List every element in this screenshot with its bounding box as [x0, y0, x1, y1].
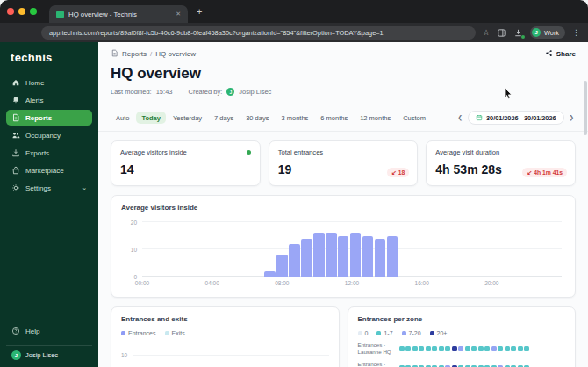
heatmap-row: Entrances -Floor 1 — [358, 361, 566, 367]
side-panel-icon[interactable] — [497, 28, 506, 38]
delta-badge: ↙ 4h 1m 41s — [522, 168, 567, 177]
legend-swatch — [165, 331, 169, 335]
browser-tab[interactable]: HQ overview - Technis ✕ — [49, 5, 188, 23]
sidebar-item-occupancy[interactable]: Occupancy — [6, 127, 92, 143]
visitors-bar — [313, 233, 324, 277]
x-tick-label: 00:00 — [135, 280, 149, 286]
date-prev-button[interactable]: ❮ — [456, 112, 464, 123]
heatmap-row-label: Entrances -Floor 1 — [358, 361, 395, 367]
sidebar-item-label: Marketplace — [25, 167, 64, 175]
sidebar-item-label: Settings — [25, 184, 51, 192]
tab-close-icon[interactable]: ✕ — [176, 11, 181, 18]
downloads-icon[interactable] — [513, 28, 523, 38]
gear-icon — [11, 184, 20, 192]
minimize-window-button[interactable] — [18, 8, 25, 15]
sidebar-item-home[interactable]: Home — [6, 75, 92, 90]
y-tick-label: 10 — [121, 247, 137, 253]
sidebar-item-alerts[interactable]: Alerts — [6, 92, 92, 108]
profile-avatar: J — [532, 28, 541, 37]
heatmap-cell — [432, 346, 437, 351]
visitors-bar — [362, 236, 373, 277]
close-window-button[interactable] — [7, 8, 14, 15]
visitors-bar — [276, 255, 287, 277]
bookmark-star-icon[interactable]: ☆ — [483, 29, 490, 37]
visitors-bar — [338, 236, 348, 277]
creator-avatar: J — [226, 88, 234, 96]
report-doc-icon — [111, 49, 118, 59]
date-range-chip[interactable]: 30/01/2026 - 30/01/2026 — [468, 111, 564, 125]
breadcrumb-section[interactable]: Reports — [122, 50, 147, 58]
entrances-exits-axis: 10 — [121, 352, 329, 367]
visitors-bar — [301, 239, 312, 277]
breadcrumb: Reports / HQ overview — [111, 49, 196, 59]
heatmap-cell — [405, 346, 411, 351]
filter-option-auto[interactable]: Auto — [111, 112, 134, 124]
live-indicator-dot — [247, 150, 251, 155]
browser-profile-chip[interactable]: J Work — [530, 26, 565, 39]
legend-swatch — [430, 331, 434, 335]
url-bar[interactable]: app.technis.com/reports/89af0f8f-fc5b-40… — [41, 26, 476, 40]
sidebar-item-exports[interactable]: Exports — [6, 145, 92, 161]
breadcrumb-separator: / — [150, 50, 152, 58]
heatmap-cell — [505, 346, 510, 351]
heatmap-cell — [452, 346, 457, 351]
maximize-window-button[interactable] — [30, 8, 37, 15]
visitors-chart-plot: 01020 — [142, 222, 562, 277]
creator-name: Josip Lisec — [239, 88, 271, 96]
created-by-label: Created by: — [188, 88, 222, 96]
share-button[interactable]: Share — [545, 49, 576, 59]
browser-menu-icon[interactable]: ⋮ — [572, 29, 580, 37]
stat-card-average-visitors-inside: Average visitors inside 14 — [111, 140, 261, 186]
browser-titlebar: HQ overview - Technis ✕ + — [0, 0, 588, 23]
filter-option-6-months[interactable]: 6 months — [315, 112, 353, 124]
heatmap-cell — [419, 346, 424, 351]
sidebar-item-marketplace[interactable]: Marketplace — [6, 162, 92, 178]
breadcrumb-current: HQ overview — [155, 50, 196, 58]
sidebar-item-help[interactable]: Help — [6, 323, 92, 339]
delta-badge: ↙ 18 — [387, 168, 409, 177]
sidebar-nav: HomeAlertsReportsOccupancyExportsMarketp… — [6, 75, 92, 198]
filter-option-12-months[interactable]: 12 months — [355, 112, 396, 124]
stats-row: Average visitors inside 14 Total entranc… — [98, 132, 588, 186]
stat-value: 14 — [120, 162, 251, 176]
filter-option-30-days[interactable]: 30 days — [240, 112, 274, 124]
stat-card-total-entrances: Total entrances 19 ↙ 18 — [269, 140, 419, 186]
sidebar-item-label: Home — [25, 79, 44, 87]
sidebar-item-label: Alerts — [25, 97, 43, 104]
heatmap-cell — [471, 346, 477, 351]
filter-option-today[interactable]: Today — [136, 112, 166, 124]
filter-option-custom[interactable]: Custom — [398, 112, 431, 124]
new-tab-button[interactable]: + — [197, 6, 202, 17]
visitors-bar — [350, 233, 361, 277]
x-tick-label: 08:00 — [275, 280, 289, 286]
y-tick-label: 20 — [121, 219, 137, 226]
filter-option-yesterday[interactable]: Yesterday — [168, 112, 207, 124]
delta-down-icon: ↙ — [527, 169, 532, 176]
heatmap-cell — [445, 346, 450, 351]
export-icon — [11, 148, 20, 157]
heatmap-cell — [524, 346, 529, 351]
filter-option-7-days[interactable]: 7 days — [209, 112, 239, 124]
chart-title: Entrances per zone — [358, 315, 566, 323]
legend-item: 20+ — [430, 330, 448, 336]
sidebar-item-reports[interactable]: Reports — [6, 110, 92, 126]
date-next-button[interactable]: ❯ — [568, 112, 576, 123]
heatmap-cell — [518, 346, 523, 351]
heatmap-cell — [426, 346, 431, 351]
last-modified-label: Last modified: — [111, 88, 152, 96]
technis-logo: technis — [6, 51, 92, 75]
heatmap-cell — [478, 346, 484, 351]
sidebar-item-label: Reports — [25, 114, 52, 122]
stat-label: Average visit duration — [435, 148, 499, 156]
sidebar-user[interactable]: J Josip Lisec — [6, 345, 92, 360]
x-tick-label: 04:00 — [205, 280, 219, 286]
download-complete-dot — [521, 35, 525, 39]
tab-title: HQ overview - Technis — [68, 11, 171, 18]
filter-option-3-months[interactable]: 3 months — [276, 112, 313, 124]
help-label: Help — [25, 327, 39, 335]
sidebar-item-settings[interactable]: Settings⌄ — [6, 180, 92, 196]
scrollbar-thumb[interactable] — [584, 81, 587, 135]
last-modified-value: 15:43 — [156, 88, 173, 96]
x-tick-label: 12:00 — [345, 280, 359, 286]
sidebar: technis HomeAlertsReportsOccupancyExport… — [0, 42, 98, 367]
